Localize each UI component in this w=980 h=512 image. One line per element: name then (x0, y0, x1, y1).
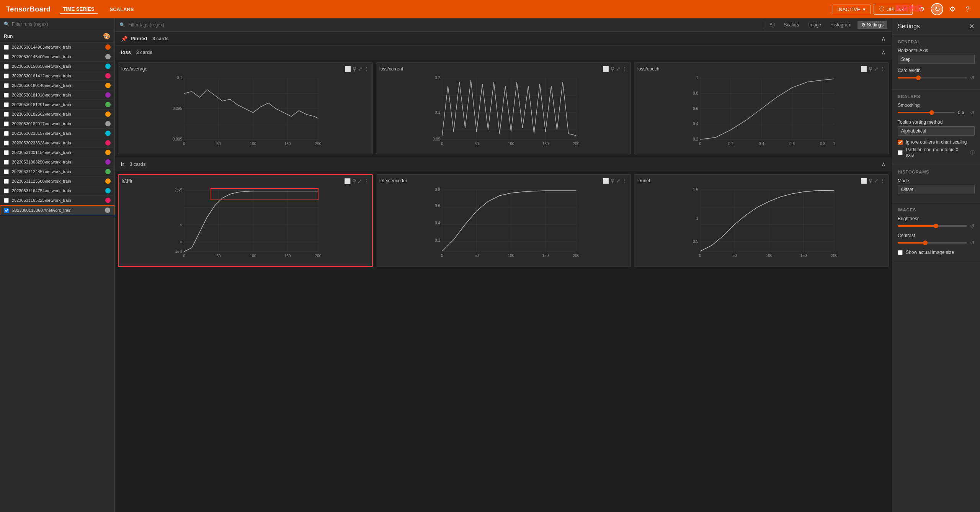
run-checkbox[interactable] (4, 150, 9, 155)
pin-card-icon-4[interactable]: ⚲ (352, 178, 356, 184)
expand-icon-4[interactable]: ⤢ (358, 178, 362, 184)
smoothing-fill (898, 112, 932, 113)
more-icon[interactable]: ⋮ (364, 66, 369, 72)
filter-scalars[interactable]: Scalars (781, 21, 802, 28)
settings-close-button[interactable]: ✕ (969, 22, 975, 31)
run-item[interactable]: 20230531125600\network_train (0, 177, 114, 186)
horizontal-axis-select[interactable]: Step Relative Wall (898, 55, 975, 64)
actual-size-checkbox[interactable] (898, 250, 903, 255)
run-checkbox[interactable] (4, 112, 9, 117)
run-checkbox[interactable] (4, 188, 9, 193)
tooltip-select[interactable]: Alphabetical Ascending Descending (898, 126, 975, 136)
contrast-thumb[interactable] (923, 240, 928, 245)
run-item[interactable]: 20230530150658\network_train (0, 62, 114, 71)
filter-all[interactable]: All (766, 21, 777, 28)
run-item[interactable]: 20230530181201\network_train (0, 100, 114, 110)
tag-filter-input[interactable] (128, 22, 760, 28)
run-checkbox[interactable] (4, 141, 9, 146)
run-checkbox[interactable] (4, 102, 9, 107)
run-item[interactable]: 20230531003250\network_train (0, 157, 114, 167)
pin-card-icon[interactable]: ⚲ (353, 66, 356, 72)
filter-histogram[interactable]: Histogram (827, 21, 854, 28)
card-width-thumb[interactable] (916, 75, 921, 80)
expand-icon-6[interactable]: ⤢ (874, 178, 879, 184)
run-checkbox[interactable] (4, 208, 9, 213)
brightness-reset[interactable]: ↺ (970, 223, 975, 229)
settings2-icon[interactable]: ⚙ (946, 3, 959, 15)
run-item[interactable]: 20230530182917\network_train (0, 119, 114, 129)
brightness-thumb[interactable] (934, 224, 938, 228)
expand-icon[interactable]: ⤢ (358, 66, 363, 72)
run-item[interactable]: 20230530233157\network_train (0, 129, 114, 138)
run-checkbox[interactable] (4, 121, 9, 126)
expand-icon-2[interactable]: ⤢ (616, 66, 621, 72)
image-icon[interactable]: ⬜ (345, 66, 351, 72)
run-item[interactable]: 20230531165225\network_train (0, 196, 114, 205)
run-item[interactable]: 20230530145400\network_train (0, 52, 114, 62)
lr-section-header[interactable]: lr 3 cards ∧ (115, 157, 892, 171)
expand-icon-3[interactable]: ⤢ (874, 66, 879, 72)
loss-collapse-icon[interactable]: ∧ (881, 49, 886, 56)
loss-section-header[interactable]: loss 3 cards ∧ (115, 46, 892, 59)
run-item[interactable]: 20230530161412\network_train (0, 71, 114, 81)
run-item[interactable]: 20230601133607\network_train (0, 205, 114, 215)
run-checkbox[interactable] (4, 64, 9, 69)
image-icon-4[interactable]: ⬜ (344, 178, 351, 184)
image-icon-6[interactable]: ⬜ (861, 178, 867, 184)
histogram-mode-select[interactable]: Offset Overlay (898, 185, 975, 194)
run-item[interactable]: 20230530144903\network_train (0, 43, 114, 52)
run-checkbox[interactable] (4, 54, 9, 59)
pinned-collapse-icon[interactable]: ∧ (881, 35, 886, 42)
expand-icon-5[interactable]: ⤢ (616, 178, 621, 184)
inactive-dropdown[interactable]: INACTIVE ▾ (833, 5, 871, 14)
run-checkbox[interactable] (4, 179, 9, 184)
image-icon-5[interactable]: ⬜ (603, 178, 609, 184)
partition-info-icon[interactable]: ⓘ (970, 149, 975, 156)
run-color-dot (105, 208, 110, 213)
contrast-reset[interactable]: ↺ (970, 240, 975, 246)
more-icon-5[interactable]: ⋮ (622, 178, 627, 184)
pin-card-icon-3[interactable]: ⚲ (869, 66, 872, 72)
run-item[interactable]: 20230531124857\network_train (0, 167, 114, 177)
smoothing-thumb[interactable] (929, 110, 934, 115)
help-icon[interactable]: ? (962, 3, 974, 15)
run-checkbox[interactable] (4, 131, 9, 136)
more-icon-2[interactable]: ⋮ (622, 66, 627, 72)
more-icon-4[interactable]: ⋮ (364, 178, 369, 184)
run-item[interactable]: 20230530180140\network_train (0, 81, 114, 90)
run-checkbox[interactable] (4, 169, 9, 174)
lr-collapse-icon[interactable]: ∧ (881, 160, 886, 168)
run-item[interactable]: 20230530181018\network_train (0, 90, 114, 100)
run-checkbox[interactable] (4, 160, 9, 165)
run-item[interactable]: 20230531164754\network_train (0, 186, 114, 196)
smoothing-reset[interactable]: ↺ (970, 110, 975, 116)
run-checkbox[interactable] (4, 198, 9, 203)
nav-scalars[interactable]: SCALARS (107, 5, 137, 14)
smoothing-label: Smoothing (898, 103, 975, 108)
card-width-reset[interactable]: ↺ (970, 75, 975, 81)
settings-button[interactable]: ⚙ Settings (858, 21, 887, 29)
more-icon-6[interactable]: ⋮ (880, 178, 885, 184)
image-icon-3[interactable]: ⬜ (861, 66, 867, 72)
nav-time-series[interactable]: TIME SERIES (60, 5, 97, 14)
partition-checkbox[interactable] (898, 150, 903, 155)
more-icon-3[interactable]: ⋮ (880, 66, 885, 72)
filter-image[interactable]: Image (805, 21, 824, 28)
pin-card-icon-2[interactable]: ⚲ (611, 66, 614, 72)
lr-unet-card: lr/unet ⬜ ⚲ ⤢ ⋮ (634, 174, 889, 267)
run-checkbox[interactable] (4, 45, 9, 50)
run-checkbox[interactable] (4, 93, 9, 98)
pin-card-icon-6[interactable]: ⚲ (869, 178, 872, 184)
ignore-outliers-checkbox[interactable] (898, 140, 903, 145)
image-icon-2[interactable]: ⬜ (603, 66, 609, 72)
palette-icon[interactable]: 🎨 (103, 33, 111, 40)
pin-card-icon-5[interactable]: ⚲ (611, 178, 614, 184)
run-item[interactable]: 20230530233628\network_train (0, 138, 114, 148)
run-checkbox[interactable] (4, 83, 9, 88)
svg-text:0: 0 (441, 142, 443, 146)
run-item[interactable]: 20230530182502\network_train (0, 110, 114, 119)
run-checkbox[interactable] (4, 74, 9, 79)
pinned-section-header[interactable]: 📌 Pinned 3 cards ∧ (115, 32, 892, 46)
run-filter-input[interactable] (12, 21, 111, 27)
run-item[interactable]: 20230531001154\network_train (0, 148, 114, 157)
